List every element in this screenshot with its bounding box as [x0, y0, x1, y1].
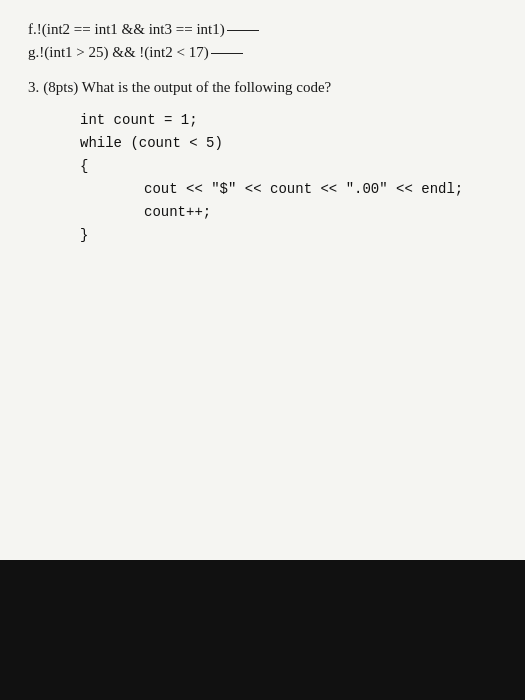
- paper-sheet: f.!(int2 == int1 && int3 == int1) g.!(in…: [0, 0, 525, 560]
- code-block: int count = 1; while (count < 5) { cout …: [80, 109, 497, 248]
- dash-2: [211, 53, 243, 54]
- top-line-2-text: g.!(int1 > 25) && !(int2 < 17): [28, 44, 209, 60]
- question-text: What is the output of the following code…: [82, 79, 332, 95]
- code-line-5: count++;: [144, 201, 497, 224]
- code-line-1: int count = 1;: [80, 109, 497, 132]
- code-line-4: cout << "$" << count << ".00" << endl;: [144, 178, 497, 201]
- code-line-3: {: [80, 155, 497, 178]
- dash-1: [227, 30, 259, 31]
- top-line-1: f.!(int2 == int1 && int3 == int1): [28, 18, 497, 41]
- black-bar: [0, 560, 525, 700]
- question-number: 3.: [28, 79, 39, 95]
- top-line-1-text: f.!(int2 == int1 && int3 == int1): [28, 21, 225, 37]
- question-header: 3.(8pts) What is the output of the follo…: [28, 75, 497, 99]
- top-lines: f.!(int2 == int1 && int3 == int1) g.!(in…: [28, 18, 497, 65]
- top-line-2: g.!(int1 > 25) && !(int2 < 17): [28, 41, 497, 64]
- code-line-6: }: [80, 224, 497, 247]
- question-block: 3.(8pts) What is the output of the follo…: [28, 75, 497, 248]
- question-points: (8pts): [43, 79, 78, 95]
- code-line-2: while (count < 5): [80, 132, 497, 155]
